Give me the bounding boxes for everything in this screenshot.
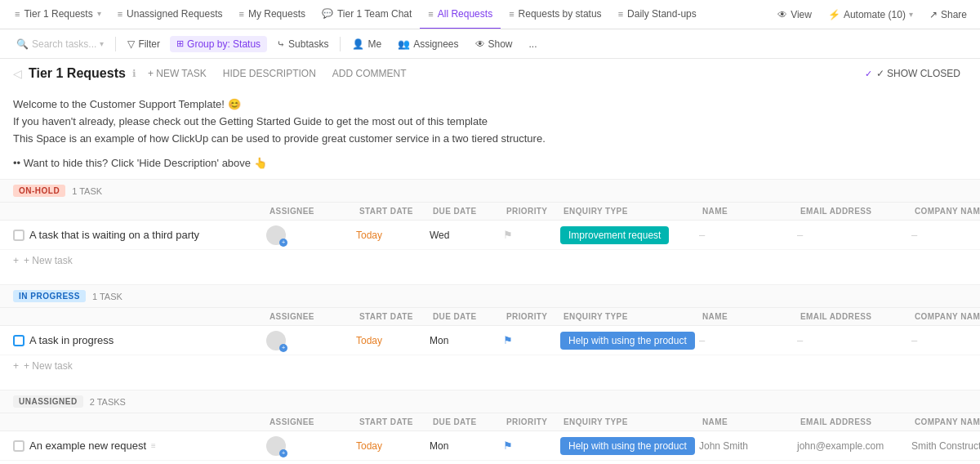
- col-assignee: ASSIGNEE: [266, 203, 356, 220]
- standups-icon: ≡: [618, 9, 623, 19]
- hint-row: •• Want to hide this? Click 'Hide Descri…: [0, 152, 980, 179]
- col-task3: [13, 413, 266, 431]
- plus-badge: +: [279, 344, 287, 352]
- add-comment-button[interactable]: ADD COMMENT: [327, 66, 412, 81]
- col-enquiry3: ENQUIRY TYPE: [560, 413, 699, 431]
- tab-unassigned[interactable]: ≡ Unassigned Requests: [109, 0, 231, 29]
- section-unassigned: UNASSIGNED 2 TASKS ASSIGNEE START DATE D…: [0, 390, 980, 464]
- start-date-cell: Today: [356, 230, 430, 241]
- share-icon: ↗: [929, 9, 938, 20]
- page-title: Tier 1 Requests: [29, 66, 126, 81]
- col-start3: START DATE: [356, 413, 430, 431]
- col-due: DUE DATE: [430, 203, 503, 220]
- bystatus-icon: ≡: [509, 9, 514, 19]
- hide-description-button[interactable]: HIDE DESCRIPTION: [218, 66, 321, 81]
- enquiry-cell: Improvement request: [560, 226, 699, 244]
- col-email2: EMAIL ADDRESS: [797, 308, 911, 325]
- avatar: +: [266, 225, 286, 245]
- task-checkbox[interactable]: [13, 335, 24, 346]
- new-task-button-on-hold[interactable]: + + New task: [0, 250, 980, 271]
- plus-badge: +: [279, 239, 287, 247]
- section-header-in-progress: IN PROGRESS 1 TASK: [0, 285, 980, 308]
- search-box[interactable]: 🔍 Search tasks... ▾: [10, 36, 110, 52]
- view-button[interactable]: 👁 View: [771, 6, 818, 24]
- page-header-left: ◁ Tier 1 Requests ℹ + NEW TASK HIDE DESC…: [13, 66, 411, 81]
- email-cell: john@example.com: [797, 440, 911, 452]
- priority-flag-icon: ⚑: [503, 229, 513, 241]
- start-date-cell: Today: [356, 440, 430, 452]
- company-cell: –: [911, 334, 980, 346]
- col-email3: EMAIL ADDRESS: [797, 413, 911, 431]
- spacer2: [0, 377, 980, 390]
- priority-flag-icon: ⚑: [503, 334, 513, 346]
- task-checkbox[interactable]: [13, 230, 24, 241]
- more-options-button[interactable]: ...: [523, 36, 544, 52]
- table-row[interactable]: An example new request ≡ + Today Mon ⚑ H…: [0, 431, 980, 461]
- assignee-cell: +: [266, 436, 356, 456]
- show-icon: 👁: [475, 38, 485, 50]
- tab-bystatus[interactable]: ≡ Requests by status: [501, 0, 609, 29]
- section-header-unassigned: UNASSIGNED 2 TASKS: [0, 390, 980, 413]
- col-assignee3: ASSIGNEE: [266, 413, 356, 431]
- col-headers-on-hold: ASSIGNEE START DATE DUE DATE PRIORITY EN…: [0, 203, 980, 221]
- automate-icon: ⚡: [828, 9, 840, 20]
- new-task-button-in-progress[interactable]: + + New task: [0, 355, 980, 377]
- avatar: +: [266, 436, 286, 456]
- separator2: [340, 37, 341, 51]
- new-task-button[interactable]: + NEW TASK: [143, 66, 212, 81]
- assignees-icon: 👥: [398, 38, 410, 50]
- col-name: NAME: [699, 203, 797, 220]
- show-closed-button[interactable]: ✓ ✓ SHOW CLOSED: [858, 65, 967, 82]
- subtasks-button[interactable]: ⤷ Subtasks: [270, 36, 335, 52]
- page-header: ◁ Tier 1 Requests ℹ + NEW TASK HIDE DESC…: [0, 59, 980, 88]
- tab-myrequests[interactable]: ≡ My Requests: [231, 0, 314, 29]
- note-icon: ≡: [151, 441, 156, 450]
- group-icon: ⊞: [176, 38, 184, 49]
- avatar: +: [266, 331, 286, 350]
- share-button[interactable]: ↗ Share: [923, 6, 973, 24]
- status-badge-unassigned: UNASSIGNED: [13, 395, 83, 408]
- myrequests-icon: ≡: [239, 9, 244, 19]
- col-headers-unassigned: ASSIGNEE START DATE DUE DATE PRIORITY EN…: [0, 413, 980, 431]
- plus-icon2: +: [13, 360, 19, 372]
- show-button[interactable]: 👁 Show: [469, 36, 519, 52]
- task-checkbox[interactable]: [13, 440, 24, 452]
- col-headers-in-progress: ASSIGNEE START DATE DUE DATE PRIORITY EN…: [0, 308, 980, 326]
- table-row[interactable]: A task in progress + Today Mon ⚑ Help wi…: [0, 326, 980, 355]
- task-count-unassigned: 2 TASKS: [90, 397, 126, 407]
- plus-badge: +: [279, 449, 287, 457]
- col-start: START DATE: [356, 203, 430, 220]
- due-date-cell: Mon: [430, 335, 503, 346]
- group-by-button[interactable]: ⊞ Group by: Status: [170, 36, 267, 52]
- col-priority3: PRIORITY: [503, 413, 560, 431]
- col-task2: [13, 308, 266, 325]
- me-button[interactable]: 👤 Me: [345, 36, 388, 52]
- info-icon[interactable]: ℹ: [132, 68, 136, 79]
- enquiry-cell: Help with using the product: [560, 437, 699, 455]
- search-icon: 🔍: [16, 38, 29, 50]
- checkmark-icon: ✓: [865, 69, 872, 79]
- col-due2: DUE DATE: [430, 308, 503, 325]
- priority-cell: ⚑: [503, 439, 560, 452]
- col-name2: NAME: [699, 308, 797, 325]
- tab-teamchat[interactable]: 💬 Tier 1 Team Chat: [314, 0, 420, 29]
- tab-standups[interactable]: ≡ Daily Stand-ups: [610, 0, 705, 29]
- name-cell: –: [699, 229, 797, 241]
- col-name3: NAME: [699, 413, 797, 431]
- table-row[interactable]: A task that is waiting on a third party …: [0, 221, 980, 250]
- name-cell: John Smith: [699, 440, 797, 452]
- assignees-button[interactable]: 👥 Assignees: [391, 36, 465, 52]
- tab-tier1requests[interactable]: ≡ Tier 1 Requests ▾: [7, 0, 109, 29]
- assignee-cell: +: [266, 331, 356, 350]
- col-priority: PRIORITY: [503, 203, 560, 220]
- filter-icon: ▽: [127, 38, 135, 50]
- tab-allrequests[interactable]: ≡ All Requests: [420, 0, 501, 29]
- filter-button[interactable]: ▽ Filter: [121, 36, 167, 52]
- task-name-cell: An example new request ≡: [13, 436, 266, 455]
- dropdown-icon: ▾: [97, 9, 101, 18]
- automate-button[interactable]: ⚡ Automate (10) ▾: [822, 6, 920, 24]
- col-priority2: PRIORITY: [503, 308, 560, 325]
- table-row[interactable]: 👆 Try changing the status to Escalate to…: [0, 461, 980, 464]
- task-name-cell: A task in progress: [13, 331, 266, 350]
- due-date-cell: Mon: [430, 440, 503, 452]
